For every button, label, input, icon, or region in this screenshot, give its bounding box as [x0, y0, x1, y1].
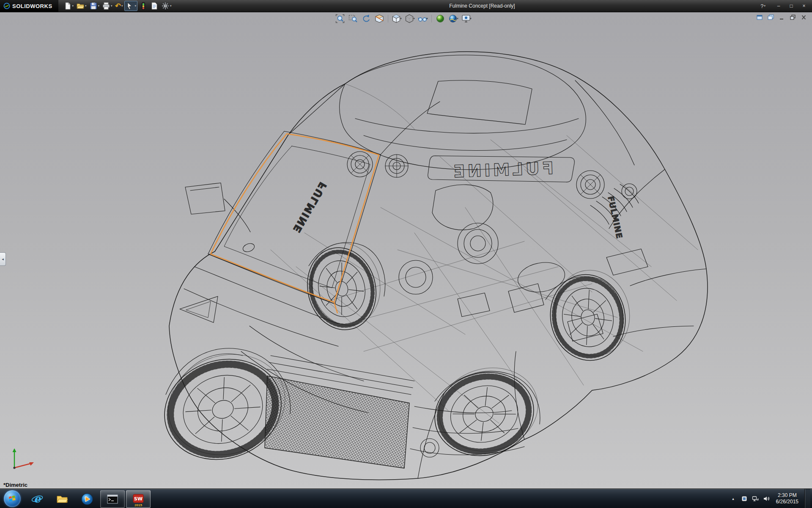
print-document-icon — [102, 2, 110, 10]
open-document-button[interactable]: ▾ — [75, 1, 88, 11]
model-decal-side: FULMINE — [606, 195, 624, 240]
clock-date: 6/26/2015 — [776, 499, 798, 505]
feature-tree-flyout-handle[interactable]: ◂ — [0, 252, 6, 266]
triad-x-axis — [14, 463, 32, 468]
model-decal-rear: FULMINE — [450, 158, 554, 181]
edit-appearance-button[interactable] — [435, 14, 446, 24]
display-style-icon — [405, 14, 414, 23]
rear-right-wheel[interactable] — [542, 263, 638, 367]
close-button[interactable]: × — [798, 2, 809, 10]
document-window-controls — [755, 14, 808, 21]
tray-app-icon[interactable] — [741, 495, 748, 502]
help-icon: ? — [760, 3, 763, 9]
internet-explorer-icon: e — [31, 493, 44, 505]
network-status-icon[interactable] — [752, 495, 759, 502]
taskbar-internet-explorer[interactable]: e — [25, 491, 49, 508]
select-tool-button[interactable]: ▾ — [124, 1, 137, 11]
dropdown-caret: ▾ — [121, 4, 123, 8]
front-left-wheel[interactable] — [151, 340, 299, 474]
new-window-button[interactable] — [755, 14, 764, 21]
dropdown-caret: ▾ — [764, 4, 765, 8]
media-player-icon — [81, 493, 93, 505]
cascade-windows-icon — [768, 14, 774, 20]
taskbar-windows-explorer[interactable] — [50, 491, 74, 508]
rebuild-traffic-light-icon — [139, 2, 148, 10]
hide-show-items-button[interactable]: ▾ — [417, 14, 428, 24]
view-settings-button[interactable]: ▾ — [461, 14, 472, 24]
view-orientation-button[interactable]: ▾ — [391, 14, 402, 24]
cascade-windows-button[interactable] — [766, 14, 775, 21]
solidworks-version-badge: 2015 — [126, 503, 150, 507]
model-decal-windshield: FULMINE — [291, 180, 329, 235]
undo-button[interactable]: ↶ ▾ — [114, 1, 124, 11]
maximize-button[interactable]: □ — [786, 2, 797, 10]
new-document-button[interactable]: ▾ — [63, 1, 75, 11]
taskbar-command-prompt[interactable] — [100, 490, 125, 508]
taskbar-clock[interactable]: 2:30 PM 6/26/2015 — [774, 492, 801, 505]
zoom-to-fit-icon — [335, 14, 345, 23]
edit-appearance-sphere-icon — [436, 14, 445, 23]
taskbar-solidworks[interactable]: SW 2015 — [126, 490, 151, 508]
tray-generic-app-icon — [741, 495, 748, 502]
help-button[interactable]: ? ▾ — [760, 3, 765, 9]
solidworks-logo: SOLIDWORKS — [0, 0, 58, 12]
zoom-to-fit-button[interactable] — [335, 14, 346, 24]
toolbar-separator — [388, 15, 388, 22]
section-view-icon — [375, 14, 384, 23]
orientation-triad — [6, 441, 40, 475]
restore-document-icon — [790, 14, 796, 20]
print-document-button[interactable]: ▾ — [101, 1, 113, 11]
toolbar-separator — [431, 15, 432, 22]
previous-view-button[interactable] — [361, 14, 372, 24]
options-button[interactable]: ▾ — [160, 1, 173, 11]
front-right-wheel[interactable] — [298, 236, 390, 337]
close-document-button[interactable] — [799, 14, 808, 21]
close-document-icon — [801, 14, 807, 20]
display-style-button[interactable]: ▾ — [404, 14, 415, 24]
system-tray: ▴ 2:30 PM — [730, 489, 812, 508]
select-cursor-icon — [126, 2, 134, 10]
file-properties-button[interactable] — [149, 1, 159, 11]
rear-left-wheel[interactable] — [425, 358, 548, 466]
heads-up-view-toolbar: ▾ ▾ ▾ — [335, 14, 472, 24]
main-toolbar: ▾ ▾ ▾ ▾ — [58, 1, 173, 11]
save-document-button[interactable]: ▾ — [88, 1, 101, 11]
network-icon — [752, 495, 759, 502]
restore-document-button[interactable] — [788, 14, 797, 21]
rebuild-button[interactable] — [138, 1, 148, 11]
dropdown-caret: ▾ — [98, 4, 100, 8]
section-view-button[interactable] — [374, 14, 385, 24]
show-hidden-icons-button[interactable]: ▴ — [730, 494, 737, 503]
folder-icon — [56, 493, 69, 505]
previous-view-icon — [362, 14, 371, 23]
graphics-viewport[interactable]: FULMINE FULMINE FULMINE — [0, 12, 812, 489]
svg-text:e: e — [34, 493, 41, 505]
taskbar-media-player[interactable] — [75, 491, 99, 508]
windows-taskbar: e — [0, 489, 812, 508]
windows-flag-icon — [8, 494, 16, 503]
window-title: Fulmine Concept [Read-only] — [449, 3, 515, 9]
apply-scene-button[interactable]: ▾ — [448, 14, 459, 24]
view-settings-icon — [461, 14, 471, 23]
dropdown-caret: ▾ — [400, 17, 402, 20]
start-button[interactable] — [0, 489, 25, 508]
zoom-to-area-button[interactable] — [348, 14, 359, 24]
minimize-document-icon — [779, 14, 785, 20]
zoom-to-area-icon — [348, 14, 358, 23]
volume-icon[interactable] — [763, 495, 770, 502]
dropdown-caret: ▾ — [85, 4, 87, 8]
minimize-document-button[interactable] — [777, 14, 786, 21]
clock-time: 2:30 PM — [776, 492, 798, 499]
front-mesh-grille — [265, 376, 409, 468]
dropdown-caret: ▾ — [72, 4, 74, 8]
open-document-icon — [76, 2, 85, 10]
show-desktop-button[interactable] — [804, 489, 810, 508]
wireframe-car-model[interactable]: FULMINE FULMINE FULMINE — [144, 30, 791, 489]
windows-start-orb-icon — [4, 490, 21, 507]
view-orientation-cube-icon — [392, 14, 401, 23]
apply-scene-sphere-icon — [448, 14, 458, 23]
minimize-button[interactable]: – — [773, 2, 784, 10]
chevron-up-icon: ▴ — [732, 497, 734, 501]
file-properties-icon — [150, 2, 159, 10]
dropdown-caret: ▾ — [426, 17, 428, 20]
